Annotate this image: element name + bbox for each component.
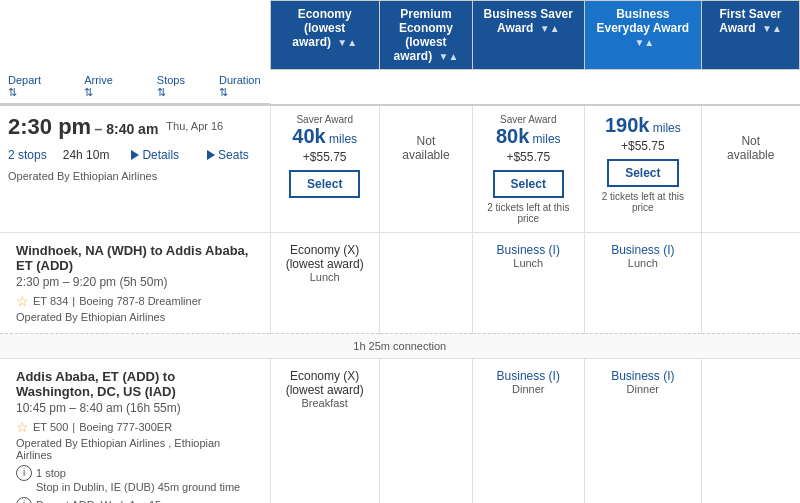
economy-col-sub2: award) (292, 35, 331, 49)
stop-info: i 1 stop (16, 465, 254, 481)
premium-col-sub2: award) (393, 49, 432, 63)
segment2-premium-class (379, 358, 472, 503)
biz-saver-column-header: Business Saver Award ▼▲ (472, 1, 584, 70)
segment1-aircraft: Boeing 787-8 Dreamliner (79, 295, 201, 307)
segment2-biz-saver-class-name: Business (I) (479, 369, 578, 383)
segment2-time: 10:45 pm – 8:40 am (16h 55m) (16, 401, 254, 415)
first-saver-award-cell: Not available (702, 105, 800, 233)
segment1-aircraft-row: ☆ ET 834 | Boeing 787-8 Dreamliner (16, 293, 254, 309)
column-headers: Economy (lowest award) ▼▲ Premium Econom… (0, 1, 800, 70)
details-label: Details (142, 148, 179, 162)
stops-value: 2 stops (8, 148, 47, 162)
seats-button[interactable]: Seats (201, 144, 255, 166)
duration-label: Duration (219, 74, 261, 86)
segment2-first-saver-class (702, 358, 800, 503)
details-button[interactable]: Details (125, 144, 185, 166)
premium-col-sort-icon[interactable]: ▼▲ (439, 51, 459, 62)
stops-sort[interactable]: Stops ⇅ (157, 74, 189, 99)
column-sort-row: Depart ⇅ Arrive ⇅ Stops ⇅ Duration ⇅ (0, 70, 800, 105)
biz-everyday-award-cell: 190k miles +$55.75 Select 2 tickets left… (584, 105, 701, 233)
segment2-biz-everyday-class: Business (I) Dinner (584, 358, 701, 503)
depart-label: Depart (8, 74, 41, 86)
economy-col-label: Economy (298, 7, 352, 21)
segment1-premium-class (379, 232, 472, 333)
segment1-info: Windhoek, NA (WDH) to Addis Ababa, ET (A… (0, 232, 270, 333)
depart-time: 2:30 pm (8, 114, 91, 139)
duration-value: 24h 10m (63, 148, 110, 162)
segment1-biz-saver-meal: Lunch (479, 257, 578, 269)
premium-column-header: Premium Economy (lowest award) ▼▲ (379, 1, 472, 70)
premium-award-cell: Not available (379, 105, 472, 233)
segment1-route: Windhoek, NA (WDH) to Addis Ababa, ET (A… (16, 243, 254, 273)
segment1-star-icon: ☆ (16, 293, 29, 309)
segment1-row: Windhoek, NA (WDH) to Addis Ababa, ET (A… (0, 232, 800, 333)
seats-triangle-icon (207, 150, 215, 160)
depart-sort[interactable]: Depart ⇅ (8, 74, 44, 99)
premium-not-available: Not available (388, 114, 464, 182)
segment2-economy-class-name: Economy (X) (lowest award) (277, 369, 373, 397)
first-saver-column-header: First Saver Award ▼▲ (702, 1, 800, 70)
segment1-economy-class: Economy (X) (lowest award) Lunch (270, 232, 379, 333)
segment1-operated: Operated By Ethiopian Airlines (16, 311, 254, 323)
biz-everyday-miles-unit: miles (653, 121, 681, 135)
flight-row: 2:30 pm – 8:40 am Thu, Apr 16 2 stops 24… (0, 105, 800, 233)
segment2-economy-class: Economy (X) (lowest award) Breakfast (270, 358, 379, 503)
biz-saver-miles: 80k (496, 125, 529, 147)
biz-everyday-col-label: Business Everyday Award (596, 7, 689, 35)
arrive-time: 8:40 am (106, 121, 158, 137)
segment2-aircraft: Boeing 777-300ER (79, 421, 172, 433)
info-column-header (0, 1, 270, 70)
segment1-biz-saver-class-name: Business (I) (479, 243, 578, 257)
segment1-flight-number: ET 834 (33, 295, 68, 307)
seats-label: Seats (218, 148, 249, 162)
biz-saver-select-button[interactable]: Select (493, 170, 564, 198)
segment1-biz-everyday-class-name: Business (I) (591, 243, 695, 257)
segment2-operated: Operated By Ethiopian Airlines , Ethiopi… (16, 437, 254, 461)
connection-label-cell: 1h 25m connection (0, 333, 800, 358)
biz-everyday-tickets-left: 2 tickets left at this price (593, 191, 693, 213)
biz-saver-miles-unit: miles (533, 132, 561, 146)
segment1-time: 2:30 pm – 9:20 pm (5h 50m) (16, 275, 254, 289)
segment2-depart-icon: i (16, 497, 32, 504)
segment1-biz-everyday-meal: Lunch (591, 257, 695, 269)
economy-tax: +$55.75 (279, 150, 371, 164)
segment2-star-icon: ☆ (16, 419, 29, 435)
arrive-label: Arrive (84, 74, 113, 86)
economy-col-sort-icon[interactable]: ▼▲ (337, 37, 357, 48)
segment2-flight-number: ET 500 (33, 421, 68, 433)
arrive-day-label: Thu, Apr 16 (166, 120, 223, 132)
economy-miles: 40k (292, 125, 325, 147)
biz-everyday-select-button[interactable]: Select (607, 159, 678, 187)
segment2-row: Addis Ababa, ET (ADD) to Washington, DC,… (0, 358, 800, 503)
economy-award-label: Saver Award (279, 114, 371, 125)
details-triangle-icon (131, 150, 139, 160)
first-saver-not-available: Not available (710, 114, 791, 182)
stop-info-icon: i (16, 465, 32, 481)
arrive-sort[interactable]: Arrive ⇅ (84, 74, 117, 99)
segment2-biz-saver-meal: Dinner (479, 383, 578, 395)
biz-everyday-column-header: Business Everyday Award ▼▲ (584, 1, 701, 70)
economy-col-sub1: (lowest (304, 21, 345, 35)
premium-col-sub1: (lowest (405, 35, 446, 49)
segment2-biz-everyday-class-name: Business (I) (591, 369, 695, 383)
biz-everyday-miles: 190k (605, 114, 650, 136)
economy-column-header: Economy (lowest award) ▼▲ (270, 1, 379, 70)
segment2-economy-meal: Breakfast (277, 397, 373, 409)
biz-saver-col-sort-icon[interactable]: ▼▲ (540, 23, 560, 34)
biz-everyday-tax: +$55.75 (593, 139, 693, 153)
biz-saver-tax: +$55.75 (481, 150, 576, 164)
economy-award-cell: Saver Award 40k miles +$55.75 Select (270, 105, 379, 233)
biz-saver-award-cell: Saver Award 80k miles +$55.75 Select 2 t… (472, 105, 584, 233)
stop-label: 1 stop (36, 467, 66, 479)
biz-everyday-col-sort-icon[interactable]: ▼▲ (634, 37, 654, 48)
segment2-biz-saver-class: Business (I) Dinner (472, 358, 584, 503)
connection-row: 1h 25m connection (0, 333, 800, 358)
first-saver-col-sort-icon[interactable]: ▼▲ (762, 23, 782, 34)
arrive-date: Thu, Apr 16 (166, 120, 223, 132)
segment2-info: Addis Ababa, ET (ADD) to Washington, DC,… (0, 358, 270, 503)
economy-select-button[interactable]: Select (289, 170, 360, 198)
connection-label: 1h 25m connection (353, 340, 446, 352)
segment1-first-saver-class (702, 232, 800, 333)
stops-label: Stops (157, 74, 185, 86)
duration-sort[interactable]: Duration ⇅ (219, 74, 262, 99)
